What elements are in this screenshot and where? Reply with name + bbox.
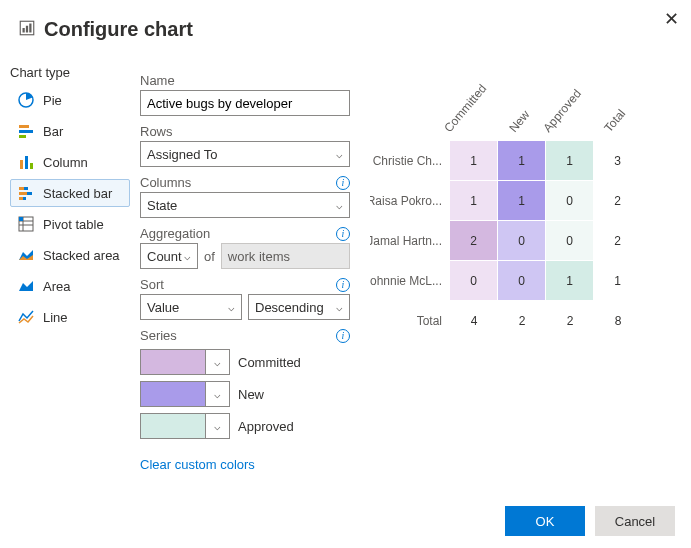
svg-rect-16 <box>23 197 26 200</box>
svg-rect-21 <box>19 217 23 221</box>
preview-row: Raisa Pokro...1102 <box>370 181 679 221</box>
of-text: of <box>204 249 215 264</box>
aggregation-select[interactable]: Count⌵ <box>140 243 198 269</box>
svg-rect-11 <box>19 187 24 190</box>
svg-rect-5 <box>19 125 29 128</box>
chart-icon <box>18 19 36 40</box>
preview-row: Jamal Hartn...2002 <box>370 221 679 261</box>
chart-type-area[interactable]: Area <box>10 272 130 300</box>
preview-cell: 3 <box>594 141 642 181</box>
preview-cell: 1 <box>546 141 594 181</box>
chevron-down-icon: ⌵ <box>205 414 229 438</box>
preview-cell: 2 <box>450 221 498 261</box>
rows-label: Rows <box>140 124 350 139</box>
columns-select[interactable]: State⌵ <box>140 192 350 218</box>
chevron-down-icon: ⌵ <box>184 250 191 263</box>
preview-row: Christie Ch...1113 <box>370 141 679 181</box>
chart-type-label: Chart type <box>10 65 130 80</box>
chevron-down-icon: ⌵ <box>228 301 235 314</box>
preview-cell: 1 <box>450 141 498 181</box>
info-icon[interactable]: i <box>336 227 350 241</box>
cancel-button[interactable]: Cancel <box>595 506 675 536</box>
color-swatch <box>141 350 205 374</box>
clear-custom-colors-link[interactable]: Clear custom colors <box>140 457 255 472</box>
svg-rect-1 <box>23 28 25 33</box>
preview-cell: 0 <box>546 181 594 221</box>
chart-type-stacked-bar[interactable]: Stacked bar <box>10 179 130 207</box>
svg-rect-3 <box>29 24 31 33</box>
preview-row-label: Christie Ch... <box>370 141 450 181</box>
preview-total-cell: 4 <box>450 301 498 341</box>
chart-type-stacked-area[interactable]: Stacked area <box>10 241 130 269</box>
close-icon[interactable]: ✕ <box>664 8 679 30</box>
line-icon <box>17 308 35 326</box>
series-color-approved[interactable]: ⌵ <box>140 413 230 439</box>
preview-total-row: Total 4 2 2 8 <box>370 301 679 341</box>
chart-type-label-text: Pie <box>43 93 62 108</box>
pie-icon <box>17 91 35 109</box>
series-row-approved: ⌵ Approved <box>140 413 350 439</box>
name-input[interactable] <box>140 90 350 116</box>
pivot-table-icon <box>17 215 35 233</box>
preview-cell: 1 <box>450 181 498 221</box>
chart-type-label-text: Stacked bar <box>43 186 112 201</box>
preview-cell: 0 <box>546 221 594 261</box>
sort-field-select[interactable]: Value⌵ <box>140 294 242 320</box>
chart-type-label-text: Bar <box>43 124 63 139</box>
preview-cell: 0 <box>450 261 498 301</box>
svg-rect-15 <box>19 197 23 200</box>
series-name: Approved <box>238 419 294 434</box>
dialog-header: Configure chart <box>0 0 691 51</box>
info-icon[interactable]: i <box>336 329 350 343</box>
series-name: Committed <box>238 355 301 370</box>
rows-select[interactable]: Assigned To⌵ <box>140 141 350 167</box>
preview-total-label: Total <box>370 301 450 341</box>
svg-rect-6 <box>19 130 33 133</box>
area-icon <box>17 277 35 295</box>
chart-type-label-text: Stacked area <box>43 248 120 263</box>
chevron-down-icon: ⌵ <box>336 148 343 161</box>
info-icon[interactable]: i <box>336 176 350 190</box>
svg-rect-7 <box>19 135 26 138</box>
series-name: New <box>238 387 264 402</box>
chart-type-line[interactable]: Line <box>10 303 130 331</box>
chart-type-pivot-table[interactable]: Pivot table <box>10 210 130 238</box>
chart-type-pie[interactable]: Pie <box>10 86 130 114</box>
name-label: Name <box>140 73 350 88</box>
preview-col-new: New <box>498 79 546 141</box>
ok-button[interactable]: OK <box>505 506 585 536</box>
series-color-committed[interactable]: ⌵ <box>140 349 230 375</box>
svg-rect-8 <box>20 160 23 169</box>
preview-total-cell: 2 <box>498 301 546 341</box>
aggregation-target: work items <box>221 243 350 269</box>
column-icon <box>17 153 35 171</box>
chevron-down-icon: ⌵ <box>205 350 229 374</box>
svg-rect-2 <box>26 26 28 33</box>
preview-cell: 1 <box>498 141 546 181</box>
preview-col-total: Total <box>594 79 642 141</box>
series-row-new: ⌵ New <box>140 381 350 407</box>
preview-col-approved: Approved <box>546 79 594 141</box>
sort-label: Sort i <box>140 277 350 292</box>
info-icon[interactable]: i <box>336 278 350 292</box>
chart-type-column[interactable]: Column <box>10 148 130 176</box>
chevron-down-icon: ⌵ <box>336 301 343 314</box>
svg-rect-10 <box>30 163 33 169</box>
color-swatch <box>141 382 205 406</box>
sort-direction-select[interactable]: Descending⌵ <box>248 294 350 320</box>
aggregation-label: Aggregation i <box>140 226 350 241</box>
preview-cell: 1 <box>594 261 642 301</box>
preview-cell: 2 <box>594 221 642 261</box>
chart-type-bar[interactable]: Bar <box>10 117 130 145</box>
stacked-bar-icon <box>17 184 35 202</box>
chart-type-label-text: Pivot table <box>43 217 104 232</box>
preview-cell: 1 <box>498 181 546 221</box>
color-swatch <box>141 414 205 438</box>
dialog-title: Configure chart <box>44 18 193 41</box>
stacked-area-icon <box>17 246 35 264</box>
series-color-new[interactable]: ⌵ <box>140 381 230 407</box>
preview-row: Johnnie McL...0011 <box>370 261 679 301</box>
columns-label: Columns i <box>140 175 350 190</box>
chevron-down-icon: ⌵ <box>205 382 229 406</box>
series-row-committed: ⌵ Committed <box>140 349 350 375</box>
